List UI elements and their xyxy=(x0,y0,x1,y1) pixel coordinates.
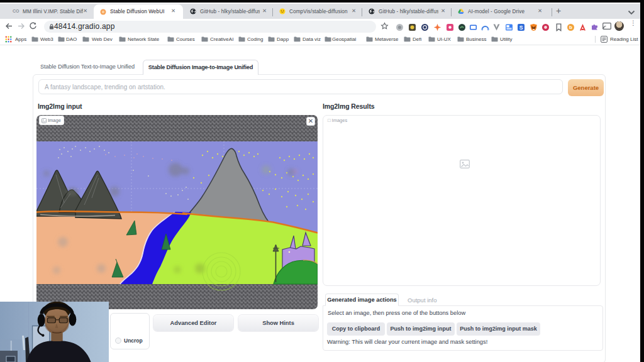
svg-text:b: b xyxy=(569,25,572,30)
svg-text:S: S xyxy=(519,25,523,31)
